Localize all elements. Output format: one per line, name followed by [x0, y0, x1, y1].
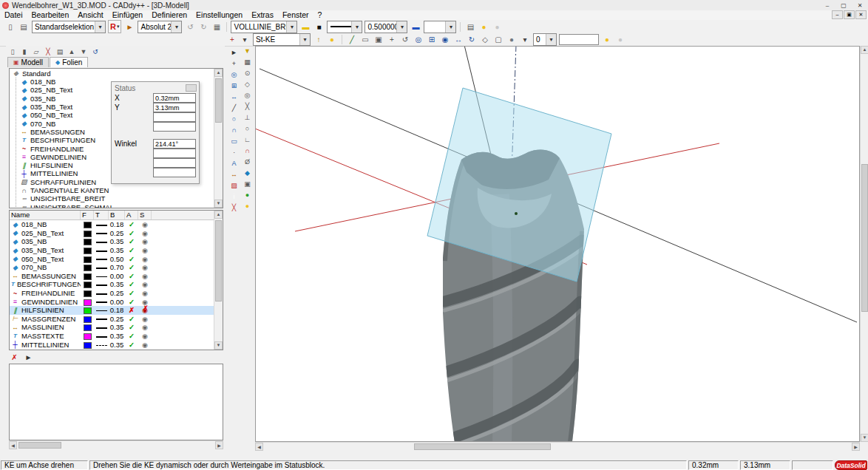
scroll-thumb[interactable] [215, 220, 222, 302]
layer-visibility-eye-icon[interactable] [142, 289, 148, 297]
toolbar-icon[interactable]: ▤ [464, 21, 476, 33]
layer-width-value[interactable]: 0.25 [109, 229, 125, 237]
combo-arrow-icon[interactable] [95, 21, 105, 33]
mini-toolbar-icon[interactable]: ► [23, 352, 34, 362]
layer-active-mark[interactable] [129, 229, 135, 237]
layer-visibility-eye-icon[interactable] [142, 280, 148, 288]
layer-visibility-eye-icon[interactable] [142, 246, 148, 254]
layer-visibility-eye-icon[interactable] [142, 332, 148, 340]
column-header-name[interactable]: Name [10, 211, 81, 219]
toolbar-icon[interactable]: ▬ [410, 21, 421, 33]
layer-width-value[interactable]: 0.18 [109, 220, 125, 228]
column-header-s[interactable]: S [138, 211, 152, 219]
tool-icon[interactable]: ▨ [228, 180, 240, 191]
layer-color-swatch[interactable] [84, 290, 92, 297]
layer-color-swatch[interactable] [84, 299, 92, 306]
layer-width-value[interactable]: 0.25 [109, 315, 125, 323]
layer-visibility-eye-icon[interactable] [142, 229, 148, 237]
column-header-f[interactable]: F [81, 211, 94, 219]
layer-width-value[interactable]: 0.35 [109, 323, 125, 331]
layer-row[interactable]: 035_NB 0.35 [10, 237, 223, 246]
layer-width-value[interactable]: 0.35 [109, 280, 125, 288]
toolbar-icon[interactable]: ▤ [18, 21, 30, 33]
layer-visibility-eye-icon[interactable] [142, 323, 148, 331]
combo-arrow-icon[interactable] [286, 21, 296, 33]
panel-tab[interactable]: ▣ Modell [7, 57, 49, 67]
status-field-input[interactable] [153, 122, 196, 132]
tree-item[interactable]: TANGENTIALE KANTEN [20, 186, 223, 194]
menu-item[interactable]: Einfügen [108, 10, 147, 20]
mdi-restore-button[interactable]: ▣ [844, 10, 855, 19]
layer-active-mark[interactable] [129, 272, 135, 280]
tree-item[interactable]: UNSICHTBARE_BREIT [20, 194, 223, 202]
layer-color-swatch[interactable] [84, 265, 92, 271]
panel-toolbar-icon[interactable]: ▱ [31, 47, 41, 56]
mdi-close-button[interactable]: ✕ [855, 10, 867, 19]
scroll-thumb[interactable] [414, 443, 551, 450]
toolbar-icon[interactable]: + [226, 34, 238, 45]
scroll-right-icon[interactable] [215, 441, 223, 449]
combo-arrow-icon[interactable] [396, 21, 407, 33]
scroll-down-icon[interactable] [214, 341, 223, 350]
close-button[interactable]: ✕ [852, 0, 868, 10]
tree-root-item[interactable]: Standard [10, 69, 223, 78]
tool-icon[interactable]: ∙ [228, 147, 240, 157]
tree-scrollbar[interactable] [214, 69, 223, 208]
scroll-thumb[interactable] [18, 442, 61, 449]
toolbar-icon[interactable]: ● [614, 34, 626, 45]
toolbar-icon[interactable]: ● [491, 21, 503, 33]
toolbar-icon[interactable]: ▯ [4, 21, 16, 33]
status-field-input[interactable] [153, 103, 196, 112]
toolbar-icon[interactable]: ▬ [299, 21, 311, 33]
tool-icon[interactable]: ○ [242, 123, 253, 134]
tool-icon[interactable]: ◎ [228, 69, 240, 80]
layer-color-swatch[interactable] [84, 256, 92, 263]
linewidth-combo[interactable]: 0.500000 [365, 21, 407, 33]
scroll-thumb[interactable] [215, 78, 222, 123]
layer-linetype-sample[interactable] [96, 327, 107, 329]
tool-icon[interactable]: + [228, 58, 240, 69]
layer-visibility-eye-icon[interactable] [142, 272, 148, 280]
panel-toolbar-icon[interactable]: ▤ [55, 47, 65, 56]
layer-visibility-eye-icon[interactable] [142, 341, 148, 349]
layer-row[interactable]: 025_NB_Text 0.25 [10, 229, 223, 238]
layer-row[interactable]: HILFSLINIEN 0.18 [10, 306, 223, 315]
combo-arrow-icon[interactable] [299, 34, 310, 45]
toolbar-icon[interactable]: ● [326, 34, 338, 45]
tool-icon[interactable]: ↔ [228, 169, 240, 180]
scroll-left-icon[interactable] [9, 441, 17, 449]
layer-active-mark[interactable] [129, 341, 135, 349]
panel-toolbar-icon[interactable]: ↺ [90, 47, 101, 56]
layer-visibility-eye-icon[interactable] [142, 263, 148, 271]
menu-item[interactable]: Bearbeiten [27, 10, 74, 20]
tool-icon[interactable]: ► [228, 47, 240, 58]
status-field-input[interactable] [153, 139, 196, 149]
layer-visibility-eye-icon[interactable] [142, 306, 148, 314]
redline-mode-button[interactable]: R▾ [108, 20, 121, 33]
layer-color-swatch[interactable] [84, 248, 92, 254]
layer-active-mark[interactable] [129, 237, 135, 245]
layer-color-swatch[interactable] [84, 239, 92, 245]
tool-icon[interactable]: ◎ [242, 90, 253, 101]
layer-width-value[interactable]: 0.35 [109, 341, 125, 349]
status-panel[interactable]: Status X Y Winkel [111, 81, 200, 184]
tool-icon[interactable]: ◆ [242, 168, 253, 178]
layer-linetype-sample[interactable] [96, 302, 107, 303]
layer-active-mark[interactable] [129, 220, 135, 228]
toolbar-icon[interactable]: ● [601, 34, 613, 45]
layer-linetype-sample[interactable] [96, 319, 107, 320]
menu-item[interactable]: Extras [247, 10, 278, 20]
status-field-input[interactable] [153, 149, 196, 158]
layer-active-mark[interactable] [129, 298, 135, 306]
tool-icon[interactable]: ○ [228, 114, 240, 124]
mini-toolbar-icon[interactable]: ✗ [9, 352, 20, 362]
toolbar-icon[interactable]: ◎ [413, 34, 424, 45]
toolbar-icon[interactable]: ◇ [479, 34, 491, 45]
tool-icon[interactable]: ↔ [228, 92, 240, 102]
tree-item[interactable]: UNSICHTBARE_SCHMAL [20, 202, 223, 208]
panel-toolbar-icon[interactable]: ▯ [7, 47, 18, 56]
layer-active-mark[interactable] [129, 246, 135, 254]
linetype-combo[interactable]: VOLLLINIE_BREIT [231, 21, 297, 33]
combo-arrow-icon[interactable] [351, 21, 362, 33]
layer-row[interactable]: MASSTEXTE 0.35 [10, 332, 223, 341]
